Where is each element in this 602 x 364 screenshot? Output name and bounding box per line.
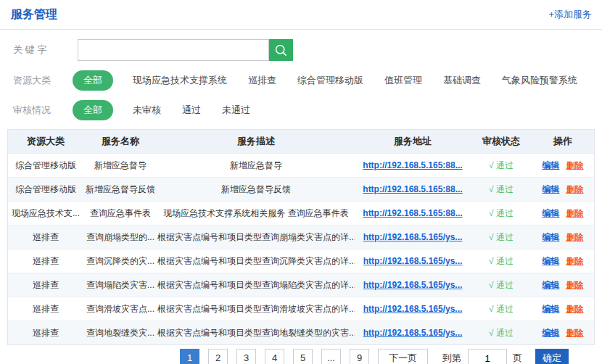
- filter-option-0-6[interactable]: 气象风险预警系统: [502, 74, 577, 87]
- delete-link[interactable]: 删除: [566, 256, 584, 266]
- service-url-link[interactable]: http://192.168.5.165/ys...: [355, 328, 471, 338]
- filter-option-1-2[interactable]: 通过: [182, 104, 201, 117]
- status-pass-badge: √ 通过: [471, 207, 532, 220]
- service-url-link[interactable]: http://192.168.5.165:88...: [355, 160, 471, 170]
- cell-service-name: 查询地裂缝类灾...: [83, 327, 157, 339]
- page-title: 服务管理: [11, 7, 57, 22]
- cell-service-desc: 新增应急督导: [157, 160, 355, 172]
- page-ellipsis-button[interactable]: ...: [321, 349, 341, 364]
- status-pass-badge: √ 通过: [471, 255, 532, 268]
- service-url-link[interactable]: http://192.168.5.165:88...: [355, 208, 471, 218]
- filter-option-0-2[interactable]: 巡排查: [248, 74, 276, 87]
- delete-link[interactable]: 删除: [566, 184, 584, 194]
- page-button-5[interactable]: 5: [293, 349, 313, 364]
- filters-section: 资源大类全部现场应急技术支撑系统巡排查综合管理移动版值班管理基础调查气象风险预警…: [0, 70, 602, 120]
- cell-service-desc: 根据灾害点编号和项目类型查询地裂缝类型的灾害...: [157, 327, 355, 339]
- pagination: 12345...9下一页到第页确定: [180, 349, 569, 364]
- filter-option-0-4[interactable]: 值班管理: [384, 74, 422, 87]
- cell-service-name: 新增应急督导: [83, 160, 157, 172]
- services-table: 资源大类服务名称服务描述服务地址审核状态操作 综合管理移动版新增应急督导新增应急…: [7, 129, 595, 345]
- edit-link[interactable]: 编辑: [543, 256, 560, 266]
- delete-link[interactable]: 删除: [566, 208, 584, 218]
- delete-link[interactable]: 删除: [566, 232, 584, 242]
- cell-category: 巡排查: [8, 279, 83, 291]
- service-url-link[interactable]: http://192.168.5.165/ys...: [355, 232, 471, 242]
- page-header: 服务管理 +添加服务: [0, 0, 602, 30]
- cell-actions: 编辑删除: [532, 183, 594, 196]
- keyword-input[interactable]: [78, 39, 269, 61]
- goto-page-input[interactable]: [468, 349, 507, 364]
- table-row: 现场应急技术支...查询应急事件表现场应急技术支撑系统相关服务 查询应急事件表h…: [8, 201, 594, 225]
- next-page-button[interactable]: 下一页: [378, 349, 428, 364]
- filter-option-0-0-selected[interactable]: 全部: [73, 70, 113, 91]
- delete-link[interactable]: 删除: [566, 328, 584, 338]
- cell-service-desc: 现场应急技术支撑系统相关服务 查询应急事件表: [157, 207, 355, 220]
- column-header-5: 操作: [532, 135, 594, 148]
- column-header-2: 服务描述: [157, 135, 355, 148]
- cell-service-name: 新增应急督导反馈: [83, 183, 157, 196]
- cell-service-name: 查询塌陷类灾害...: [83, 279, 157, 291]
- cell-service-name: 查询滑坡灾害点...: [83, 303, 157, 315]
- cell-service-name: 查询沉降类的灾...: [83, 255, 157, 268]
- goto-page-prefix: 到第: [442, 352, 461, 364]
- filter-option-0-5[interactable]: 基础调查: [443, 74, 481, 87]
- page-button-3[interactable]: 3: [236, 349, 256, 364]
- filter-option-1-1[interactable]: 未审核: [133, 104, 161, 117]
- column-header-4: 审核状态: [471, 135, 532, 148]
- service-url-link[interactable]: http://192.168.5.165:88...: [355, 184, 471, 194]
- status-pass-badge: √ 通过: [471, 160, 532, 172]
- cell-category: 巡排查: [8, 255, 83, 268]
- edit-link[interactable]: 编辑: [543, 304, 560, 314]
- cell-actions: 编辑删除: [532, 303, 594, 315]
- confirm-button[interactable]: 确定: [535, 349, 569, 364]
- cell-category: 综合管理移动版: [8, 160, 83, 172]
- cell-category: 巡排查: [8, 231, 83, 244]
- edit-link[interactable]: 编辑: [543, 280, 560, 290]
- column-header-1: 服务名称: [83, 135, 157, 148]
- cell-actions: 编辑删除: [532, 231, 594, 244]
- delete-link[interactable]: 删除: [566, 160, 584, 170]
- table-row: 巡排查查询崩塌类型的...根据灾害点编号和项目类型查询崩塌类灾害点的详...ht…: [8, 225, 594, 249]
- table-header-row: 资源大类服务名称服务描述服务地址审核状态操作: [8, 130, 594, 153]
- table-row: 综合管理移动版新增应急督导新增应急督导http://192.168.5.165:…: [8, 153, 594, 177]
- column-header-0: 资源大类: [8, 135, 83, 148]
- edit-link[interactable]: 编辑: [543, 208, 560, 218]
- cell-actions: 编辑删除: [532, 279, 594, 291]
- keyword-search-row: 关 键 字: [13, 39, 602, 61]
- table-row: 综合管理移动版新增应急督导反馈新增应急督导反馈http://192.168.5.…: [8, 177, 594, 201]
- table-body: 综合管理移动版新增应急督导新增应急督导http://192.168.5.165:…: [8, 153, 594, 344]
- status-pass-badge: √ 通过: [471, 183, 532, 196]
- delete-link[interactable]: 删除: [566, 304, 584, 314]
- page-button-2[interactable]: 2: [208, 349, 228, 364]
- filter-option-1-3[interactable]: 未通过: [222, 104, 250, 117]
- service-url-link[interactable]: http://192.168.5.165/ys...: [355, 280, 471, 290]
- search-button[interactable]: [269, 39, 293, 61]
- column-header-3: 服务地址: [355, 135, 471, 148]
- cell-service-name: 查询应急事件表: [83, 207, 157, 220]
- search-icon: [274, 44, 288, 57]
- filter-option-1-0-selected[interactable]: 全部: [73, 100, 113, 120]
- status-pass-badge: √ 通过: [471, 327, 532, 339]
- filter-option-0-1[interactable]: 现场应急技术支撑系统: [133, 74, 227, 87]
- edit-link[interactable]: 编辑: [543, 160, 560, 170]
- page-button-1[interactable]: 1: [180, 349, 199, 364]
- cell-actions: 编辑删除: [532, 160, 594, 172]
- delete-link[interactable]: 删除: [566, 280, 584, 290]
- filter-option-0-3[interactable]: 综合管理移动版: [297, 74, 363, 87]
- cell-service-desc: 新增应急督导反馈: [157, 183, 355, 196]
- cell-service-desc: 根据灾害点编号和项目类型查询崩塌类灾害点的详...: [157, 231, 355, 244]
- cell-actions: 编辑删除: [532, 207, 594, 220]
- edit-link[interactable]: 编辑: [543, 184, 560, 194]
- add-service-button[interactable]: +添加服务: [548, 8, 592, 21]
- page-button-9[interactable]: 9: [350, 349, 369, 364]
- service-url-link[interactable]: http://192.168.5.165/ys...: [355, 256, 471, 266]
- cell-service-name: 查询崩塌类型的...: [83, 231, 157, 244]
- edit-link[interactable]: 编辑: [543, 232, 560, 242]
- status-pass-badge: √ 通过: [471, 231, 532, 244]
- filter-row-0: 资源大类全部现场应急技术支撑系统巡排查综合管理移动版值班管理基础调查气象风险预警…: [13, 70, 602, 91]
- page-button-4[interactable]: 4: [265, 349, 284, 364]
- edit-link[interactable]: 编辑: [543, 328, 560, 338]
- service-url-link[interactable]: http://192.168.5.165/ys...: [355, 304, 471, 314]
- cell-service-desc: 根据灾害点编号和项目类型查询沉降类灾害点的详...: [157, 255, 355, 268]
- cell-category: 巡排查: [8, 327, 83, 339]
